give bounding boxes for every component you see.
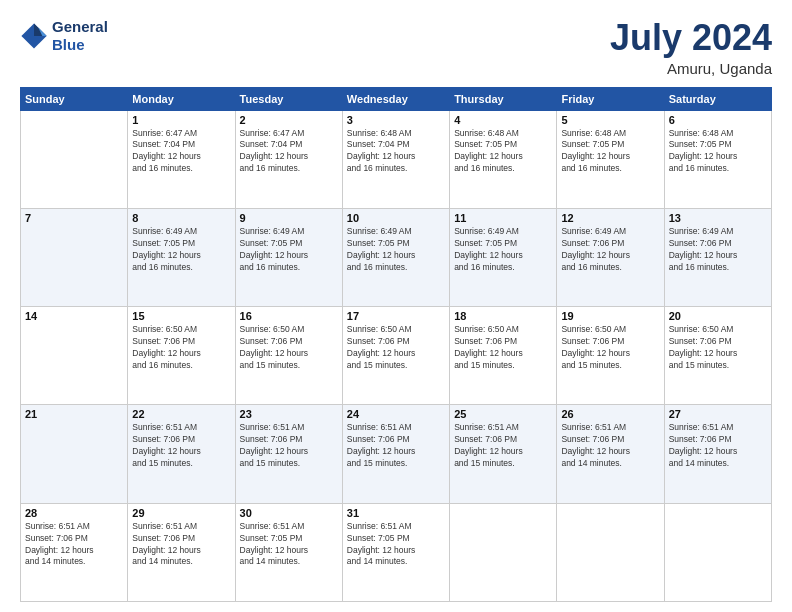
calendar-cell: 2Sunrise: 6:47 AMSunset: 7:04 PMDaylight… (235, 110, 342, 208)
day-number: 8 (132, 212, 230, 224)
day-info: Sunrise: 6:47 AMSunset: 7:04 PMDaylight:… (240, 128, 338, 176)
calendar-cell: 26Sunrise: 6:51 AMSunset: 7:06 PMDayligh… (557, 405, 664, 503)
day-number: 10 (347, 212, 445, 224)
day-number: 15 (132, 310, 230, 322)
calendar-cell (21, 110, 128, 208)
calendar-cell: 15Sunrise: 6:50 AMSunset: 7:06 PMDayligh… (128, 307, 235, 405)
calendar-cell: 1Sunrise: 6:47 AMSunset: 7:04 PMDaylight… (128, 110, 235, 208)
calendar-cell: 30Sunrise: 6:51 AMSunset: 7:05 PMDayligh… (235, 503, 342, 601)
calendar-cell: 14 (21, 307, 128, 405)
day-number: 31 (347, 507, 445, 519)
calendar-cell: 5Sunrise: 6:48 AMSunset: 7:05 PMDaylight… (557, 110, 664, 208)
calendar-day-header: Saturday (664, 87, 771, 110)
day-number: 1 (132, 114, 230, 126)
day-number: 11 (454, 212, 552, 224)
day-number: 22 (132, 408, 230, 420)
calendar-cell: 7 (21, 208, 128, 306)
day-info: Sunrise: 6:49 AMSunset: 7:05 PMDaylight:… (240, 226, 338, 274)
day-number: 19 (561, 310, 659, 322)
calendar-day-header: Tuesday (235, 87, 342, 110)
calendar-cell: 19Sunrise: 6:50 AMSunset: 7:06 PMDayligh… (557, 307, 664, 405)
day-info: Sunrise: 6:51 AMSunset: 7:06 PMDaylight:… (132, 422, 230, 470)
day-number: 26 (561, 408, 659, 420)
calendar-cell: 8Sunrise: 6:49 AMSunset: 7:05 PMDaylight… (128, 208, 235, 306)
day-number: 3 (347, 114, 445, 126)
day-info: Sunrise: 6:48 AMSunset: 7:04 PMDaylight:… (347, 128, 445, 176)
day-info: Sunrise: 6:51 AMSunset: 7:06 PMDaylight:… (25, 521, 123, 569)
calendar-cell (664, 503, 771, 601)
day-info: Sunrise: 6:50 AMSunset: 7:06 PMDaylight:… (347, 324, 445, 372)
day-info: Sunrise: 6:48 AMSunset: 7:05 PMDaylight:… (669, 128, 767, 176)
day-number: 13 (669, 212, 767, 224)
calendar-day-header: Monday (128, 87, 235, 110)
calendar-cell (450, 503, 557, 601)
calendar-header-row: SundayMondayTuesdayWednesdayThursdayFrid… (21, 87, 772, 110)
day-info: Sunrise: 6:51 AMSunset: 7:05 PMDaylight:… (240, 521, 338, 569)
day-number: 18 (454, 310, 552, 322)
day-info: Sunrise: 6:50 AMSunset: 7:06 PMDaylight:… (132, 324, 230, 372)
calendar-table: SundayMondayTuesdayWednesdayThursdayFrid… (20, 87, 772, 602)
logo: General Blue (20, 18, 108, 54)
calendar-cell: 25Sunrise: 6:51 AMSunset: 7:06 PMDayligh… (450, 405, 557, 503)
day-info: Sunrise: 6:49 AMSunset: 7:05 PMDaylight:… (454, 226, 552, 274)
calendar-cell: 12Sunrise: 6:49 AMSunset: 7:06 PMDayligh… (557, 208, 664, 306)
month-title: July 2024 (610, 18, 772, 58)
calendar-cell: 31Sunrise: 6:51 AMSunset: 7:05 PMDayligh… (342, 503, 449, 601)
day-info: Sunrise: 6:50 AMSunset: 7:06 PMDaylight:… (454, 324, 552, 372)
day-number: 30 (240, 507, 338, 519)
day-number: 25 (454, 408, 552, 420)
day-number: 9 (240, 212, 338, 224)
calendar-cell: 20Sunrise: 6:50 AMSunset: 7:06 PMDayligh… (664, 307, 771, 405)
day-info: Sunrise: 6:49 AMSunset: 7:06 PMDaylight:… (669, 226, 767, 274)
title-block: July 2024 Amuru, Uganda (610, 18, 772, 77)
calendar-cell: 9Sunrise: 6:49 AMSunset: 7:05 PMDaylight… (235, 208, 342, 306)
day-number: 21 (25, 408, 123, 420)
day-number: 20 (669, 310, 767, 322)
day-info: Sunrise: 6:50 AMSunset: 7:06 PMDaylight:… (669, 324, 767, 372)
day-info: Sunrise: 6:49 AMSunset: 7:05 PMDaylight:… (132, 226, 230, 274)
calendar-cell: 29Sunrise: 6:51 AMSunset: 7:06 PMDayligh… (128, 503, 235, 601)
day-info: Sunrise: 6:49 AMSunset: 7:06 PMDaylight:… (561, 226, 659, 274)
day-number: 23 (240, 408, 338, 420)
calendar-week-row: 1415Sunrise: 6:50 AMSunset: 7:06 PMDayli… (21, 307, 772, 405)
calendar-day-header: Thursday (450, 87, 557, 110)
day-info: Sunrise: 6:48 AMSunset: 7:05 PMDaylight:… (561, 128, 659, 176)
day-number: 12 (561, 212, 659, 224)
calendar-cell: 10Sunrise: 6:49 AMSunset: 7:05 PMDayligh… (342, 208, 449, 306)
header: General Blue July 2024 Amuru, Uganda (20, 18, 772, 77)
day-number: 17 (347, 310, 445, 322)
calendar-cell: 11Sunrise: 6:49 AMSunset: 7:05 PMDayligh… (450, 208, 557, 306)
calendar-day-header: Wednesday (342, 87, 449, 110)
day-info: Sunrise: 6:47 AMSunset: 7:04 PMDaylight:… (132, 128, 230, 176)
page: General Blue July 2024 Amuru, Uganda Sun… (0, 0, 792, 612)
calendar-week-row: 1Sunrise: 6:47 AMSunset: 7:04 PMDaylight… (21, 110, 772, 208)
logo-icon (20, 22, 48, 50)
calendar-cell: 27Sunrise: 6:51 AMSunset: 7:06 PMDayligh… (664, 405, 771, 503)
day-info: Sunrise: 6:51 AMSunset: 7:06 PMDaylight:… (132, 521, 230, 569)
calendar-cell: 17Sunrise: 6:50 AMSunset: 7:06 PMDayligh… (342, 307, 449, 405)
day-number: 4 (454, 114, 552, 126)
day-number: 28 (25, 507, 123, 519)
day-number: 16 (240, 310, 338, 322)
calendar-week-row: 2122Sunrise: 6:51 AMSunset: 7:06 PMDayli… (21, 405, 772, 503)
calendar-cell: 3Sunrise: 6:48 AMSunset: 7:04 PMDaylight… (342, 110, 449, 208)
location: Amuru, Uganda (610, 60, 772, 77)
day-info: Sunrise: 6:51 AMSunset: 7:06 PMDaylight:… (240, 422, 338, 470)
calendar-cell: 28Sunrise: 6:51 AMSunset: 7:06 PMDayligh… (21, 503, 128, 601)
day-info: Sunrise: 6:48 AMSunset: 7:05 PMDaylight:… (454, 128, 552, 176)
day-number: 7 (25, 212, 123, 224)
day-number: 2 (240, 114, 338, 126)
calendar-week-row: 28Sunrise: 6:51 AMSunset: 7:06 PMDayligh… (21, 503, 772, 601)
calendar-cell: 24Sunrise: 6:51 AMSunset: 7:06 PMDayligh… (342, 405, 449, 503)
day-info: Sunrise: 6:51 AMSunset: 7:06 PMDaylight:… (454, 422, 552, 470)
day-number: 5 (561, 114, 659, 126)
calendar-cell: 6Sunrise: 6:48 AMSunset: 7:05 PMDaylight… (664, 110, 771, 208)
calendar-cell: 23Sunrise: 6:51 AMSunset: 7:06 PMDayligh… (235, 405, 342, 503)
calendar-cell: 18Sunrise: 6:50 AMSunset: 7:06 PMDayligh… (450, 307, 557, 405)
logo-text: General Blue (52, 18, 108, 54)
day-info: Sunrise: 6:50 AMSunset: 7:06 PMDaylight:… (561, 324, 659, 372)
calendar-cell: 22Sunrise: 6:51 AMSunset: 7:06 PMDayligh… (128, 405, 235, 503)
calendar-cell: 13Sunrise: 6:49 AMSunset: 7:06 PMDayligh… (664, 208, 771, 306)
day-info: Sunrise: 6:51 AMSunset: 7:06 PMDaylight:… (669, 422, 767, 470)
calendar-day-header: Sunday (21, 87, 128, 110)
